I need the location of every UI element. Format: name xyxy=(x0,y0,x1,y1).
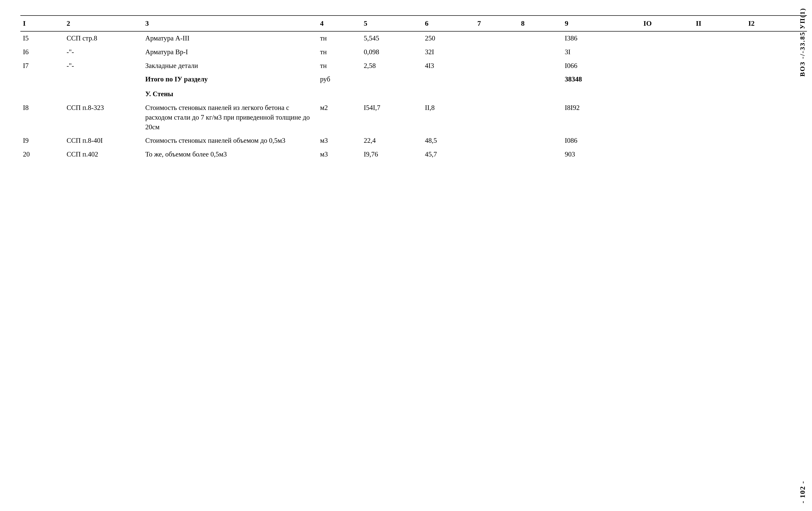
cell-r18-col7 xyxy=(475,101,519,134)
cell-ritogo-col4: руб xyxy=(318,72,361,86)
cell-r20-col10 xyxy=(641,148,693,161)
cell-ritogo-col11 xyxy=(693,72,746,86)
cell-rsteny-col8 xyxy=(518,86,562,101)
cell-r17-col6: 4I3 xyxy=(423,59,475,73)
header-row: I 2 3 4 5 6 7 8 9 IO II I2 xyxy=(20,16,807,31)
cell-rsteny-col4 xyxy=(318,86,361,101)
cell-r16-col9: 3I xyxy=(562,45,641,59)
cell-ritogo-col8 xyxy=(518,72,562,86)
cell-r15-col3: Арматура А-III xyxy=(143,31,317,45)
cell-r15-col1: I5 xyxy=(20,31,64,45)
cell-r17-col9: I066 xyxy=(562,59,641,73)
cell-r19-col5: 22,4 xyxy=(361,134,423,148)
cell-r17-col11 xyxy=(693,59,746,73)
cell-r20-col5: I9,76 xyxy=(361,148,423,161)
col-header-7: 7 xyxy=(475,16,519,31)
cell-ritogo-col1 xyxy=(20,72,64,86)
cell-r17-col8 xyxy=(518,59,562,73)
cell-r15-col5: 5,545 xyxy=(361,31,423,45)
cell-ritogo-col5 xyxy=(361,72,423,86)
cell-r18-col10 xyxy=(641,101,693,134)
cell-r15-col11 xyxy=(693,31,746,45)
cell-r17-col5: 2,58 xyxy=(361,59,423,73)
table-row: Итого по IУ разделуруб38348 xyxy=(20,72,807,86)
cell-r20-col8 xyxy=(518,148,562,161)
cell-r16-col2: -"- xyxy=(64,45,143,59)
cell-ritogo-col7 xyxy=(475,72,519,86)
cell-rsteny-col10 xyxy=(641,86,693,101)
cell-r20-col1: 20 xyxy=(20,148,64,161)
side-label-bottom: - 102 - xyxy=(799,481,807,503)
cell-r16-col8 xyxy=(518,45,562,59)
cell-r19-col1: I9 xyxy=(20,134,64,148)
cell-ritogo-col10 xyxy=(641,72,693,86)
cell-rsteny-col6 xyxy=(423,86,475,101)
cell-r15-col10 xyxy=(641,31,693,45)
cell-r15-col9: I386 xyxy=(562,31,641,45)
cell-rsteny-col9 xyxy=(562,86,641,101)
cell-r16-col3: Арматура Вр-I xyxy=(143,45,317,59)
cell-r19-col7 xyxy=(475,134,519,148)
table-row: I5ССП стр.8Арматура А-IIIтн5,545250I386 xyxy=(20,31,807,45)
cell-r19-col4: м3 xyxy=(318,134,361,148)
cell-r19-col11 xyxy=(693,134,746,148)
cell-rsteny-col5 xyxy=(361,86,423,101)
table-row: I7-"-Закладные деталитн2,584I3I066 xyxy=(20,59,807,73)
cell-r18-col9: I8I92 xyxy=(562,101,641,134)
col-header-5: 5 xyxy=(361,16,423,31)
table-row: У. Стены xyxy=(20,86,807,101)
cell-r16-col7 xyxy=(475,45,519,59)
cell-r17-col2: -"- xyxy=(64,59,143,73)
cell-r15-col2: ССП стр.8 xyxy=(64,31,143,45)
cell-r15-col4: тн xyxy=(318,31,361,45)
col-header-1: I xyxy=(20,16,64,31)
main-table: I 2 3 4 5 6 7 8 9 IO II I2 I5ССП стр.8Ар… xyxy=(20,15,807,161)
cell-r18-col6: II,8 xyxy=(423,101,475,134)
side-label-top: ВОЗ -/-33.85 УП(1) xyxy=(799,8,806,77)
cell-rsteny-col3: У. Стены xyxy=(143,86,317,101)
cell-r16-col4: тн xyxy=(318,45,361,59)
cell-r16-col6: 32I xyxy=(423,45,475,59)
col-header-2: 2 xyxy=(64,16,143,31)
cell-r20-col9: 903 xyxy=(562,148,641,161)
col-header-11: II xyxy=(693,16,746,31)
cell-r20-col11 xyxy=(693,148,746,161)
cell-r18-col2: ССП п.8-323 xyxy=(64,101,143,134)
cell-r16-col5: 0,098 xyxy=(361,45,423,59)
cell-r15-col7 xyxy=(475,31,519,45)
cell-r20-col4: м3 xyxy=(318,148,361,161)
cell-r19-col10 xyxy=(641,134,693,148)
cell-r15-col8 xyxy=(518,31,562,45)
cell-r17-col10 xyxy=(641,59,693,73)
cell-r18-col11 xyxy=(693,101,746,134)
main-content: I 2 3 4 5 6 7 8 9 IO II I2 I5ССП стр.8Ар… xyxy=(10,10,812,511)
cell-r18-col4: м2 xyxy=(318,101,361,134)
cell-ritogo-col6 xyxy=(423,72,475,86)
col-header-3: 3 xyxy=(143,16,317,31)
col-header-6: 6 xyxy=(423,16,475,31)
cell-r18-col1: I8 xyxy=(20,101,64,134)
cell-r17-col3: Закладные детали xyxy=(143,59,317,73)
col-header-8: 8 xyxy=(518,16,562,31)
cell-rsteny-col1 xyxy=(20,86,64,101)
cell-r20-col7 xyxy=(475,148,519,161)
cell-r16-col1: I6 xyxy=(20,45,64,59)
cell-rsteny-col2 xyxy=(64,86,143,101)
cell-r19-col2: ССП п.8-40I xyxy=(64,134,143,148)
cell-r17-col4: тн xyxy=(318,59,361,73)
cell-r19-col9: I086 xyxy=(562,134,641,148)
cell-ritogo-col3: Итого по IУ разделу xyxy=(143,72,317,86)
cell-rsteny-col7 xyxy=(475,86,519,101)
cell-r17-col7 xyxy=(475,59,519,73)
side-panel: ВОЗ -/-33.85 УП(1) - 102 - xyxy=(793,0,812,511)
cell-r20-col3: То же, объемом более 0,5м3 xyxy=(143,148,317,161)
cell-r18-col3: Стоимость стеновых панелей из легкого бе… xyxy=(143,101,317,134)
cell-r15-col6: 250 xyxy=(423,31,475,45)
cell-r18-col5: I54I,7 xyxy=(361,101,423,134)
cell-r20-col2: ССП п.402 xyxy=(64,148,143,161)
col-header-4: 4 xyxy=(318,16,361,31)
table-row: I6-"-Арматура Вр-Iтн0,09832I3I xyxy=(20,45,807,59)
cell-rsteny-col11 xyxy=(693,86,746,101)
cell-r18-col8 xyxy=(518,101,562,134)
table-row: 20ССП п.402То же, объемом более 0,5м3м3I… xyxy=(20,148,807,161)
